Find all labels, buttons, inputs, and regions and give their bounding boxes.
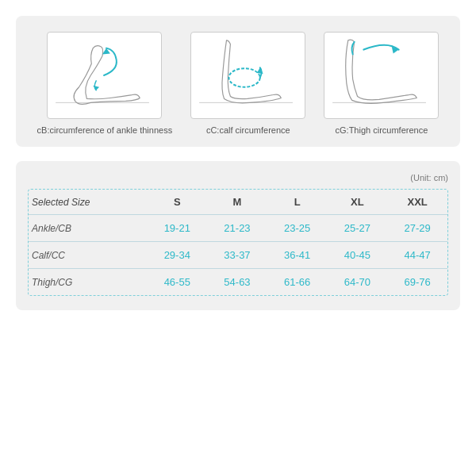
- cell-0-3: 25-27: [328, 215, 388, 242]
- cell-1-4: 44-47: [387, 242, 447, 269]
- svg-point-4: [229, 68, 260, 87]
- cell-1-0: 29-34: [147, 242, 207, 269]
- size-table: Selected Size S M L XL XXL Ankle/CB19-21…: [29, 190, 447, 295]
- table-row: Ankle/CB19-2121-2323-2525-2727-29: [29, 215, 447, 242]
- col-header-label: Selected Size: [29, 190, 147, 215]
- cell-1-2: 36-41: [267, 242, 328, 269]
- col-header-s: S: [147, 190, 207, 215]
- table-row: Calf/CC29-3433-3736-4140-4544-47: [29, 242, 447, 269]
- table-wrapper: Selected Size S M L XL XXL Ankle/CB19-21…: [28, 189, 448, 296]
- cell-0-4: 27-29: [387, 215, 447, 242]
- ankle-caption: cB:circumference of ankle thinness: [37, 125, 173, 135]
- col-header-xxl: XXL: [387, 190, 447, 215]
- calf-image-box: [190, 32, 305, 119]
- thigh-caption: cG:Thigh circumference: [336, 125, 428, 135]
- cell-2-2: 61-66: [267, 269, 328, 296]
- cell-1-3: 40-45: [328, 242, 388, 269]
- cell-0-1: 21-23: [207, 215, 267, 242]
- table-row: Thigh/CG46-5554-6361-6664-7069-76: [29, 269, 447, 296]
- cell-2-1: 54-63: [207, 269, 267, 296]
- unit-label: (Unit: cm): [28, 173, 448, 182]
- thigh-image-box: [324, 32, 439, 119]
- calf-image-item: cC:calf circumference: [190, 32, 305, 135]
- cell-0-2: 23-25: [267, 215, 328, 242]
- table-header-row: Selected Size S M L XL XXL: [29, 190, 447, 215]
- row-label-0: Ankle/CB: [29, 215, 147, 242]
- row-label-2: Thigh/CG: [29, 269, 147, 296]
- cell-2-4: 69-76: [387, 269, 447, 296]
- cell-0-0: 19-21: [147, 215, 207, 242]
- col-header-xl: XL: [328, 190, 388, 215]
- col-header-l: L: [267, 190, 328, 215]
- table-section: (Unit: cm) Selected Size S M L XL XXL An…: [16, 161, 460, 310]
- svg-marker-2: [94, 86, 100, 90]
- top-section: cB:circumference of ankle thinness cC:ca…: [16, 16, 460, 147]
- row-label-1: Calf/CC: [29, 242, 147, 269]
- cell-2-0: 46-55: [147, 269, 207, 296]
- thigh-image-item: cG:Thigh circumference: [324, 32, 439, 135]
- ankle-image-item: cB:circumference of ankle thinness: [37, 32, 173, 135]
- ankle-image-box: [47, 32, 162, 119]
- calf-caption: cC:calf circumference: [206, 125, 290, 135]
- cell-1-1: 33-37: [207, 242, 267, 269]
- col-header-m: M: [207, 190, 267, 215]
- cell-2-3: 64-70: [328, 269, 388, 296]
